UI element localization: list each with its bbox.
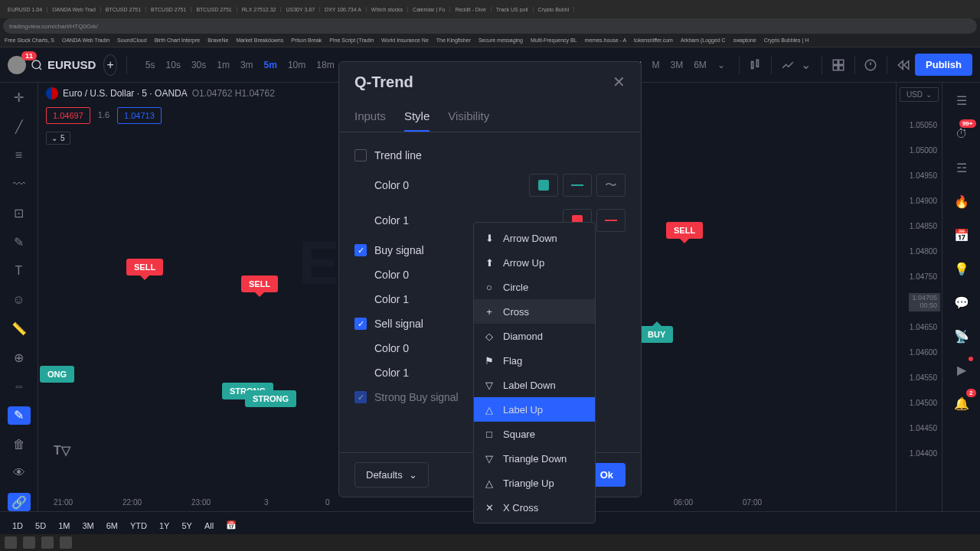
currency-selector[interactable]: USD ⌄ (900, 87, 939, 102)
browser-tab[interactable]: US30Y 3.87 (281, 7, 320, 12)
dd-x-cross[interactable]: ✕X Cross (474, 495, 595, 520)
symbol-search[interactable]: EURUSD (31, 58, 96, 71)
hot-icon[interactable]: 🔥 (950, 190, 973, 213)
hotlist-icon[interactable]: ☲ (950, 156, 973, 179)
tf-1m[interactable]: 1m (212, 57, 234, 73)
bookmark[interactable]: Birth Chart Interpre (155, 37, 201, 43)
dd-flag[interactable]: ⚑Flag (474, 348, 595, 373)
buy-signal-checkbox[interactable] (354, 244, 367, 256)
bookmark[interactable]: Market Breakdowns (236, 37, 283, 43)
browser-tab[interactable]: OANDA Web Trad (47, 7, 101, 12)
trash-tool-icon[interactable]: 🗑 (8, 435, 31, 454)
replay-icon[interactable] (897, 54, 910, 76)
indicators-icon[interactable] (781, 54, 795, 76)
tf-5s[interactable]: 5s (141, 57, 160, 73)
tf-more[interactable]: ⌄ (713, 57, 730, 73)
bookmark[interactable]: Crypto Bubbles | H (764, 37, 809, 43)
tf-3mo[interactable]: 3M (666, 57, 688, 73)
dd-cross[interactable]: +Cross (474, 299, 595, 324)
dd-triangle-down[interactable]: ▽Triangle Down (474, 446, 595, 471)
tab-visibility[interactable]: Visibility (448, 102, 489, 132)
bookmark[interactable]: BraveNe (207, 37, 228, 43)
dd-circle[interactable]: ○Circle (474, 275, 595, 299)
bookmark[interactable]: World Insurance Ne (381, 37, 429, 43)
bookmark[interactable]: OANDA Web Tradin (62, 37, 109, 43)
browser-tab[interactable]: EURUSD 1.04 (3, 7, 47, 12)
price-axis[interactable]: USD ⌄ 1.05050 1.05000 1.04950 1.04900 1.… (896, 83, 942, 511)
taskview-icon[interactable] (41, 536, 54, 549)
dd-square[interactable]: □Square (474, 422, 595, 446)
color0-line[interactable] (563, 174, 592, 197)
browser-tab[interactable]: DXY 106.734 A (320, 7, 367, 12)
tf-30s[interactable]: 30s (187, 57, 211, 73)
range-5y[interactable]: 5Y (177, 518, 196, 533)
indicator-toggle[interactable]: ⌄ 5 (46, 132, 70, 145)
bell-icon[interactable]: 🔔2 (950, 392, 973, 415)
bookmark[interactable]: Prison Break (291, 37, 322, 43)
text-tool-icon[interactable]: T (8, 262, 31, 280)
browser-tab[interactable]: RLX 27512.32 (237, 7, 282, 12)
browser-tab[interactable]: Track US poli (492, 7, 534, 12)
ask-price[interactable]: 1.04713 (117, 107, 162, 124)
calendar-icon[interactable]: 📅 (950, 223, 973, 246)
sell-signal-checkbox[interactable] (354, 318, 367, 330)
play-icon[interactable]: ▶ (950, 358, 973, 381)
tf-10m[interactable]: 10m (283, 57, 310, 73)
range-3m[interactable]: 3M (77, 518, 98, 533)
tf-m[interactable]: M (648, 57, 665, 73)
ruler-tool-icon[interactable]: 📏 (8, 320, 31, 338)
dd-diamond[interactable]: ◇Diamond (474, 324, 595, 348)
magnet-tool-icon[interactable]: ⎓ (8, 377, 31, 396)
browser-tab[interactable]: BTCUSD 2751 (191, 7, 237, 12)
search-taskbar-icon[interactable] (23, 536, 35, 549)
close-icon[interactable]: ✕ (612, 73, 626, 91)
dd-arrow-down[interactable]: ⬇Arrow Down (474, 226, 595, 250)
fib-tool-icon[interactable]: ≡ (8, 146, 31, 165)
add-symbol-button[interactable]: + (103, 54, 117, 76)
dd-arrow-up[interactable]: ⬆Arrow Up (474, 250, 595, 275)
dd-triangle-up[interactable]: △Triangle Up (474, 471, 595, 495)
tf-5m[interactable]: 5m (260, 57, 282, 73)
strong-buy-checkbox[interactable] (354, 391, 367, 403)
defaults-button[interactable]: Defaults ⌄ (354, 462, 429, 487)
bookmark[interactable]: memes.house - A (585, 37, 626, 43)
tab-style[interactable]: Style (404, 102, 430, 132)
browser-tab[interactable]: BTCUSD 2751 (101, 7, 146, 12)
bookmark[interactable]: SoundCloud (117, 37, 147, 43)
range-all[interactable]: All (200, 518, 218, 533)
lock-tool-icon[interactable]: ✎ (8, 406, 31, 425)
user-avatar[interactable]: 11 (8, 56, 26, 74)
alert-icon[interactable] (864, 54, 877, 76)
browser-tab[interactable]: Crypto Bubbl (534, 7, 574, 12)
range-ytd[interactable]: YTD (126, 518, 152, 533)
pattern-tool-icon[interactable]: 〰 (8, 175, 31, 194)
range-5d[interactable]: 5D (31, 518, 51, 533)
cursor-icon[interactable]: ✛ (8, 89, 31, 107)
app-icon[interactable] (60, 536, 72, 549)
stream-icon[interactable]: 📡 (950, 324, 973, 347)
zoom-tool-icon[interactable]: ⊕ (8, 349, 31, 367)
candles-icon[interactable] (748, 54, 762, 76)
bookmark[interactable]: tokensniffer.com (634, 37, 673, 43)
brush-tool-icon[interactable]: ✎ (8, 233, 31, 252)
hide-tool-icon[interactable]: 👁 (8, 465, 31, 483)
tab-inputs[interactable]: Inputs (354, 102, 386, 132)
browser-tab[interactable]: Calendar | Fo (408, 7, 450, 12)
prediction-tool-icon[interactable]: ⊡ (8, 204, 31, 223)
range-1m[interactable]: 1M (54, 518, 74, 533)
start-button[interactable] (5, 536, 17, 549)
bookmark[interactable]: Pine Script (Tradin (329, 37, 374, 43)
browser-tabs[interactable]: EURUSD 1.04 OANDA Web Trad BTCUSD 2751 B… (0, 0, 980, 18)
browser-tab[interactable]: Reddit - Dive (450, 7, 491, 12)
dd-label-down[interactable]: ▽Label Down (474, 373, 595, 397)
bookmark[interactable]: Arkham (Logged C (681, 37, 726, 43)
line-tool-icon[interactable]: ╱ (8, 118, 31, 136)
tf-6mo[interactable]: 6M (689, 57, 711, 73)
chart-title[interactable]: Euro / U.S. Dollar · 5 · OANDA (63, 88, 188, 99)
chevron-down-icon[interactable]: ⌄ (799, 54, 812, 76)
range-1d[interactable]: 1D (8, 518, 28, 533)
layout-icon[interactable] (831, 54, 845, 76)
dd-label-up[interactable]: △Label Up (474, 397, 595, 422)
chat-icon[interactable]: 💬 (950, 291, 973, 314)
windows-taskbar[interactable] (0, 534, 980, 551)
